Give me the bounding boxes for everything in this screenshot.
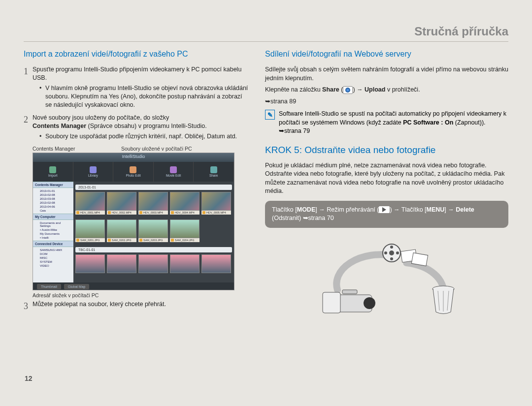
step-number: 3 [24, 300, 33, 312]
folder-icon [108, 239, 111, 242]
thumbnail [201, 254, 231, 273]
share-intro: Sdílejte svůj obsah s celým světem nahrá… [265, 65, 508, 83]
svg-point-9 [396, 251, 399, 254]
svg-point-8 [390, 246, 393, 249]
folder-icon [202, 211, 205, 214]
bullet-icon: • [39, 132, 45, 141]
step2-text: Nové soubory jsou uloženy do počítače, d… [33, 114, 169, 121]
caption-contents-manager: Contents Manager [33, 146, 111, 152]
folder-icon [139, 211, 142, 214]
thumb-row-2: SAM_0201.JPG SAM_0202.JPG SAM_0203.JPG S… [75, 219, 232, 242]
bullet-icon: • [39, 84, 45, 109]
app-toolbar: Import Library Photo Edit Movie Edit Sha… [33, 162, 234, 182]
left-heading: Import a zobrazení videí/fotografií z va… [24, 50, 250, 59]
step-number: 1 [24, 65, 33, 109]
delete-illustration [265, 236, 508, 319]
date-header-2: TBC-01-01 [75, 247, 232, 252]
thumbnail: HDV_0005.MP4 [201, 192, 231, 215]
thumbnail: SAM_0202.JPG [107, 219, 136, 242]
thumbnail [170, 254, 200, 273]
thumbnail-area: 2013-01-01 HDV_0001.MP4 HDV_0002.MP4 HDV… [73, 182, 234, 282]
divider [24, 41, 508, 42]
step2-sub: Soubory lze uspořádat podle různých krit… [45, 132, 237, 141]
step-2: 2 Nové soubory jsou uloženy do počítače,… [24, 114, 250, 141]
step2-bold: Contents Manager [33, 123, 86, 129]
side-grp2-hdr: My Computer [33, 214, 73, 220]
side-grp1-hdr: Contents Manager [33, 182, 73, 188]
right-column: Sdílení videí/fotografií na Webové serve… [265, 50, 508, 319]
step-3: 3 Můžete poklepat na soubor, který chcet… [24, 300, 250, 312]
thumbnail: SAM_0201.JPG [75, 219, 105, 242]
thumbnail: SAM_0203.JPG [138, 219, 168, 242]
right-heading-1: Sdílení videí/fotografií na Webové serve… [265, 50, 508, 59]
page-number: 12 [25, 375, 33, 382]
movie-edit-icon [170, 166, 177, 173]
folder-icon [139, 239, 142, 242]
thumbnail: HDV_0004.MP4 [170, 192, 200, 215]
thumbnail: HDV_0002.MP4 [107, 192, 136, 215]
thumbnail [75, 254, 105, 273]
right-heading-2: KROK 5: Odstraňte videa nebo fotografie [265, 145, 508, 156]
step1-sub: V hlavním okně programu Intelli-Studio s… [45, 84, 250, 109]
photo-edit-icon [130, 166, 136, 173]
thumb-row-3 [75, 254, 232, 273]
svg-rect-13 [411, 252, 428, 266]
tool-library: Library [73, 162, 114, 182]
svg-point-4 [364, 297, 375, 309]
sb-global-map: Global Map [64, 284, 90, 289]
tool-import: Import [33, 162, 73, 182]
page-title: Stručná příručka [24, 25, 508, 38]
share-globe-icon [343, 86, 353, 94]
folder-icon [76, 211, 79, 214]
delete-intro: Pokud je ukládací médium plné, nelze zaz… [265, 161, 508, 196]
page-ref-89: ➥strana 89 [265, 97, 508, 106]
folder-icon [108, 211, 111, 214]
intelli-studio-screenshot: IntelliStudio Import Library Photo Edit … [33, 153, 250, 290]
svg-rect-5 [342, 290, 357, 294]
thumbnail [138, 254, 168, 273]
side-panel: Contents Manager 2013-01-01 2013-02-08 2… [33, 182, 73, 282]
note-icon: ✎ [265, 110, 275, 120]
grey-instruction-box: Tlačítko [MODE] → Režim přehrávání () → … [265, 201, 508, 228]
tool-movie-edit: Movie Edit [154, 162, 194, 182]
note-text: Software Intelli-Studio se spustí na poč… [279, 110, 508, 136]
thumbnail: HDV_0003.MP4 [138, 192, 168, 215]
side-grp3-hdr: Connected Device [33, 241, 73, 247]
svg-point-7 [389, 250, 394, 255]
svg-point-10 [390, 257, 393, 260]
step3-text: Můžete poklepat na soubor, který chcete … [33, 301, 166, 308]
statusbar: Thumbnail Global Map [33, 282, 234, 290]
arrow-icon: → [357, 86, 363, 93]
share-instruction: Klepněte na záložku Share () → Upload v … [265, 86, 508, 94]
tool-photo-edit: Photo Edit [113, 162, 154, 182]
playback-mode-icon [379, 206, 390, 213]
step1-text: Spusťte programu Intelli-Studio připojen… [33, 66, 241, 81]
thumb-row-1: HDV_0001.MP4 HDV_0002.MP4 HDV_0003.MP4 H… [75, 192, 232, 215]
import-icon [49, 166, 56, 173]
step2-rest: (Správce obsahu) v programu Intelli-Stud… [86, 123, 207, 129]
folder-icon [171, 211, 174, 214]
app-titlebar: IntelliStudio [33, 153, 234, 162]
svg-rect-3 [323, 292, 340, 313]
svg-point-11 [384, 251, 387, 254]
share-icon [210, 166, 217, 173]
folder-icon [76, 239, 79, 242]
folder-icon [171, 239, 174, 242]
tool-share: Share [194, 162, 234, 182]
step-1: 1 Spusťte programu Intelli-Studio připoj… [24, 65, 250, 109]
library-icon [90, 166, 97, 173]
sb-thumbnail: Thumbnail [37, 284, 61, 289]
thumbnail [107, 254, 136, 273]
thumbnail: HDV_0001.MP4 [75, 192, 105, 215]
date-header-1: 2013-01-01 [75, 185, 232, 190]
note-box: ✎ Software Intelli-Studio se spustí na p… [265, 110, 508, 136]
thumbnail: SAM_0204.JPG [170, 219, 200, 242]
caption-folder-tree: Adresář složek v počítači PC [33, 292, 250, 298]
caption-saved-files: Soubory uložené v počítači PC [121, 146, 192, 152]
left-column: Import a zobrazení videí/fotografií z va… [24, 50, 250, 319]
step-number: 2 [24, 114, 33, 141]
